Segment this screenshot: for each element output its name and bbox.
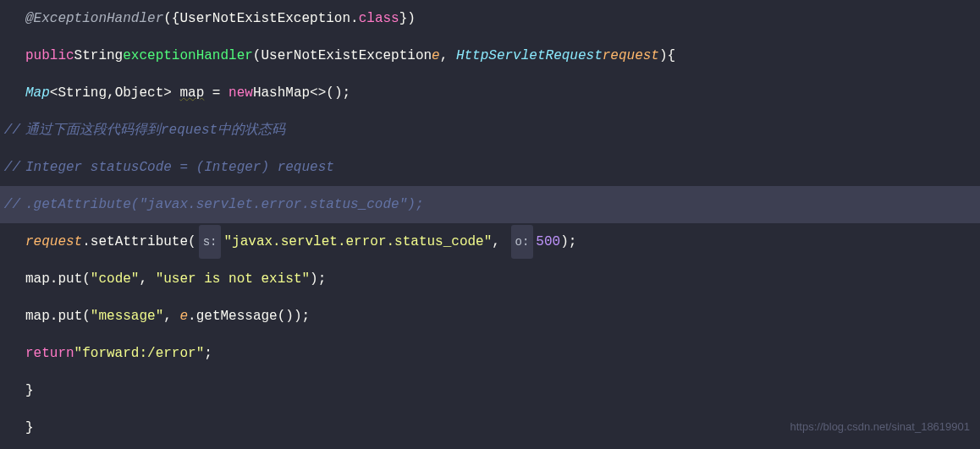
- code-line-6-highlighted: // .getAttribute("javax.servlet.error.st…: [0, 186, 980, 223]
- code-line-11: }: [0, 372, 980, 409]
- code-line-2: public String exceptionHandler(UserNotEx…: [0, 37, 980, 74]
- param-hint-s: s:: [199, 225, 222, 260]
- code-line-5: // Integer statusCode = (Integer) reques…: [0, 149, 980, 186]
- code-editor: @ExceptionHandler({UserNotExistException…: [0, 0, 980, 446]
- code-line-9: map.put("message", e.getMessage());: [0, 298, 980, 335]
- code-line-4: // 通过下面这段代码得到request中的状态码: [0, 112, 980, 149]
- code-line-7: request.setAttribute( s: "javax.servlet.…: [0, 223, 980, 260]
- param-hint-o: o:: [511, 225, 534, 260]
- code-line-10: return "forward:/error";: [0, 335, 980, 372]
- code-line-3: Map<String,Object> map = new HashMap<>()…: [0, 74, 980, 112]
- code-line-1: @ExceptionHandler({UserNotExistException…: [0, 0, 980, 37]
- annotation: @ExceptionHandler: [25, 0, 163, 37]
- code-line-8: map.put("code", "user is not exist");: [0, 260, 980, 298]
- watermark-text: https://blog.csdn.net/sinat_18619901: [790, 412, 971, 442]
